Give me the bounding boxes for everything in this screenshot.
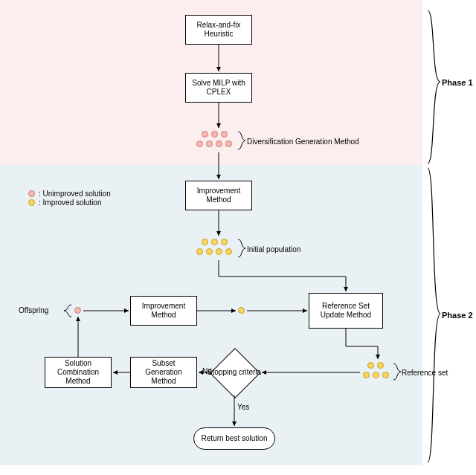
improved-solution-dot bbox=[202, 239, 208, 245]
improved-solution-dot bbox=[382, 372, 389, 378]
unimproved-solution-dot bbox=[196, 140, 203, 147]
label-reference-set: Reference set bbox=[402, 369, 448, 378]
improved-solution-dot bbox=[216, 248, 222, 255]
unimproved-solution-dot bbox=[221, 131, 228, 138]
box-improvement-2: Improvement Method bbox=[130, 296, 197, 326]
legend-text-unimproved: : Unimproved solution bbox=[39, 190, 111, 198]
terminal-return-best: Return best solution bbox=[193, 427, 275, 450]
label-offspring: Offspring bbox=[19, 306, 48, 315]
offspring-dot bbox=[74, 307, 81, 314]
label-phase-1: Phase 1 bbox=[442, 78, 473, 88]
box-refset-update: Reference Set Update Method bbox=[309, 293, 383, 329]
box-improvement-1: Improvement Method bbox=[185, 181, 252, 210]
label-stopping-criteria: Stopping criteria bbox=[206, 363, 263, 382]
legend-text-improved: : Improved solution bbox=[39, 198, 102, 207]
edge-label-yes: Yes bbox=[237, 403, 249, 412]
improved-solution-dot bbox=[206, 248, 213, 255]
box-solution-combination: Solution Combination Method bbox=[45, 357, 112, 388]
improved-solution-dot bbox=[238, 307, 245, 314]
legend-dot-improved bbox=[28, 199, 35, 206]
label-phase-2: Phase 2 bbox=[442, 311, 473, 320]
label-initial-population: Initial population bbox=[247, 245, 300, 254]
unimproved-solution-dot bbox=[216, 140, 222, 147]
unimproved-solution-dot bbox=[211, 131, 218, 138]
improved-solution-dot bbox=[225, 248, 232, 255]
improved-solution-dot bbox=[211, 239, 218, 245]
improved-solution-dot bbox=[196, 248, 203, 255]
unimproved-solution-dot bbox=[225, 140, 232, 147]
improved-solution-dot bbox=[221, 239, 228, 245]
box-solve-milp: Solve MILP with CPLEX bbox=[185, 73, 252, 103]
unimproved-solution-dot bbox=[202, 131, 208, 138]
unimproved-solution-dot bbox=[206, 140, 213, 147]
edge-label-no: No bbox=[202, 367, 212, 376]
box-subset-generation: Subset Generation Method bbox=[130, 357, 197, 388]
improved-solution-dot bbox=[367, 362, 374, 369]
improved-solution-dot bbox=[363, 372, 370, 378]
improved-solution-dot bbox=[377, 362, 384, 369]
improved-solution-dot bbox=[373, 372, 379, 378]
box-relax-and-fix: Relax-and-fix Heuristic bbox=[185, 15, 252, 45]
label-diversification: Diversification Generation Method bbox=[247, 138, 359, 146]
legend-dot-unimproved bbox=[28, 190, 35, 197]
